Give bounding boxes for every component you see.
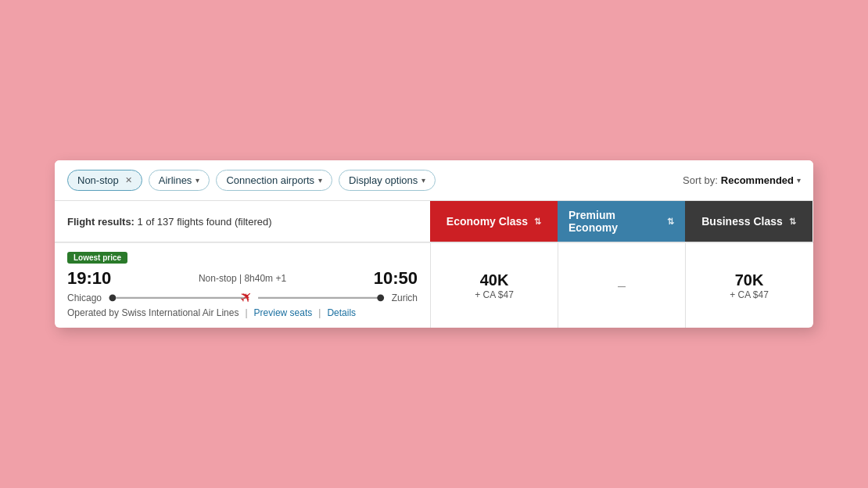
premium-sort-icon: ⇅ [667, 217, 674, 227]
flight-meta-row: Operated by Swiss International Air Line… [67, 307, 418, 318]
meta-separator: | [245, 307, 247, 318]
results-summary-label: Flight results: 1 of 137 flights found (… [67, 216, 272, 228]
sort-bar: Sort by: Recommended ▾ [683, 174, 801, 186]
economy-sort-icon: ⇅ [534, 217, 541, 227]
flight-row: Lowest price 19:10 Non-stop | 8h40m +1 1… [55, 242, 813, 328]
economy-class-label: Economy Class [447, 215, 528, 228]
business-class-label: Business Class [701, 215, 783, 228]
sort-caret-icon[interactable]: ▾ [797, 176, 801, 185]
display-options-label: Display options [349, 174, 418, 186]
nonstop-filter-chip[interactable]: Non-stop ✕ [67, 170, 142, 191]
sort-by-label: Sort by: [683, 174, 718, 186]
economy-class-column-header[interactable]: Economy Class ⇅ [430, 201, 558, 242]
flight-times-row: 19:10 Non-stop | 8h40m +1 10:50 [67, 268, 418, 289]
nonstop-close-icon[interactable]: ✕ [125, 175, 132, 185]
airlines-chevron-icon: ▾ [195, 176, 199, 185]
business-price-main: 70K [735, 271, 764, 289]
meta-separator-2: | [318, 307, 321, 318]
svg-point-0 [109, 295, 117, 302]
details-link[interactable]: Details [327, 307, 356, 318]
display-options-chevron-icon: ▾ [421, 176, 425, 185]
flight-info-panel: Lowest price 19:10 Non-stop | 8h40m +1 1… [55, 243, 430, 328]
lowest-price-badge: Lowest price [67, 252, 127, 264]
flight-route-row: Chicago ✈ Zurich [67, 292, 418, 304]
connection-airports-chevron-icon: ▾ [318, 176, 322, 185]
column-headers: Economy Class ⇅ Premium Economy ⇅ Busine… [430, 201, 813, 242]
flight-duration: Non-stop | 8h40m +1 [199, 273, 286, 284]
flight-search-card: Non-stop ✕ Airlines ▾ Connection airport… [55, 160, 813, 328]
connection-airports-label: Connection airports [226, 174, 314, 186]
display-options-filter-chip[interactable]: Display options ▾ [339, 170, 436, 191]
price-cells: 40K + CA $47 – 70K + CA $47 [430, 243, 813, 328]
svg-point-4 [377, 295, 384, 302]
business-class-column-header[interactable]: Business Class ⇅ [685, 201, 812, 242]
premium-price-cell: – [558, 243, 685, 328]
business-price-sub: + CA $47 [730, 289, 769, 300]
destination-city: Zurich [392, 292, 418, 303]
route-line: ✈ [108, 292, 386, 304]
premium-economy-column-header[interactable]: Premium Economy ⇅ [558, 201, 685, 242]
economy-price-main: 40K [480, 271, 509, 289]
results-count: 1 of 137 flights found (filtered) [138, 216, 272, 228]
airlines-filter-chip[interactable]: Airlines ▾ [149, 170, 210, 191]
depart-time: 19:10 [67, 268, 111, 289]
results-info: Flight results: 1 of 137 flights found (… [55, 201, 430, 242]
economy-price-sub: + CA $47 [475, 289, 514, 300]
results-header-row: Flight results: 1 of 137 flights found (… [55, 201, 813, 242]
preview-seats-link[interactable]: Preview seats [254, 307, 313, 318]
airlines-label: Airlines [159, 174, 192, 186]
premium-price-dash: – [618, 278, 626, 294]
nonstop-label: Non-stop [77, 174, 119, 186]
origin-city: Chicago [67, 292, 102, 303]
svg-text:✈: ✈ [237, 289, 257, 307]
sort-value: Recommended [721, 174, 794, 186]
arrive-time: 10:50 [374, 268, 418, 289]
business-price-cell[interactable]: 70K + CA $47 [685, 243, 812, 328]
connection-airports-filter-chip[interactable]: Connection airports ▾ [216, 170, 332, 191]
results-summary-bold: Flight results: [67, 216, 135, 228]
premium-economy-label: Premium Economy [569, 209, 661, 234]
economy-price-cell[interactable]: 40K + CA $47 [430, 243, 558, 328]
operator-label: Operated by Swiss International Air Line… [67, 307, 239, 318]
business-sort-icon: ⇅ [789, 217, 796, 227]
filter-bar: Non-stop ✕ Airlines ▾ Connection airport… [55, 160, 813, 201]
